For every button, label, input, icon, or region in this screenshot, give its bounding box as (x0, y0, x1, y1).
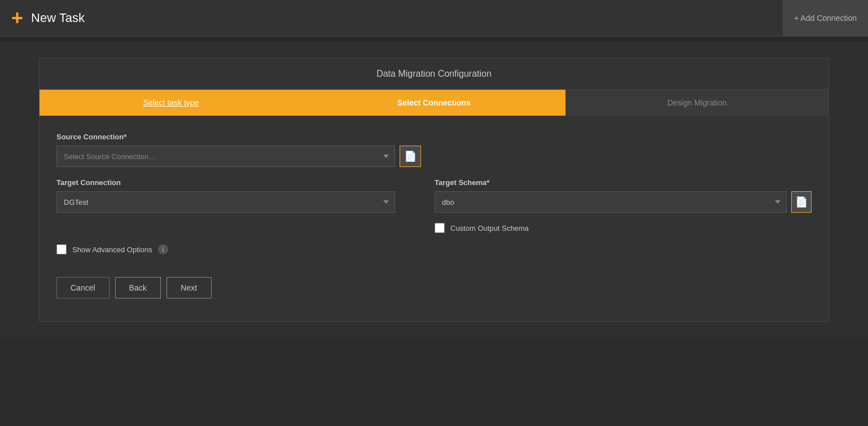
file-icon: 📄 (404, 150, 417, 163)
target-connection-label: Target Connection (56, 178, 423, 187)
target-schema-label: Target Schema* (435, 178, 812, 187)
next-button[interactable]: Next (166, 277, 212, 298)
back-button[interactable]: Back (115, 277, 161, 298)
header-divider (0, 37, 868, 41)
custom-output-schema-row: Custom Output Schema (435, 223, 812, 233)
form-area: Source Connection* Select Source Connect… (40, 116, 828, 321)
add-connection-button[interactable]: + Add Connection (783, 0, 868, 36)
custom-output-schema-checkbox[interactable] (435, 223, 445, 233)
header: + New Task + Add Connection (0, 0, 868, 37)
target-schema-select[interactable]: dbo (435, 191, 787, 213)
target-schema-group: Target Schema* dbo 📄 Custom Output Schem… (435, 178, 812, 233)
target-connection-group: Target Connection DGTest (56, 178, 423, 213)
custom-output-schema-label: Custom Output Schema (450, 224, 529, 232)
tab-select-connections[interactable]: Select Connections (303, 90, 565, 116)
target-connection-select[interactable]: DGTest (56, 191, 395, 213)
show-advanced-options-checkbox[interactable] (56, 244, 67, 254)
source-connection-file-button[interactable]: 📄 (400, 146, 421, 167)
page-title: New Task (31, 11, 85, 25)
tab-select-task-type[interactable]: Select task type (40, 90, 303, 116)
app-logo-icon: + (11, 8, 23, 28)
wizard-container: Data Migration Configuration Select task… (39, 58, 829, 322)
source-connection-row: Source Connection* Select Source Connect… (56, 133, 812, 167)
main-content: Data Migration Configuration Select task… (0, 41, 868, 339)
button-row: Cancel Back Next (56, 271, 812, 310)
show-advanced-options-label: Show Advanced Options (72, 245, 152, 254)
source-connection-input-row: Select Source Connection... 📄 (56, 146, 423, 167)
target-row: Target Connection DGTest Target Schema* … (56, 178, 812, 233)
source-connection-label: Source Connection* (56, 133, 423, 141)
cancel-button[interactable]: Cancel (56, 277, 109, 298)
source-connection-select[interactable]: Select Source Connection... (56, 146, 395, 167)
wizard-title: Data Migration Configuration (40, 59, 828, 90)
step-tabs: Select task type Select Connections Desi… (40, 90, 828, 116)
info-icon[interactable]: i (158, 244, 168, 254)
source-connection-group: Source Connection* Select Source Connect… (56, 133, 423, 167)
advanced-options-row: Show Advanced Options i (56, 244, 812, 254)
target-connection-input-row: DGTest (56, 191, 423, 213)
file-icon-2: 📄 (795, 196, 808, 208)
target-schema-file-button[interactable]: 📄 (791, 191, 812, 213)
tab-design-migration[interactable]: Design Migration (565, 90, 828, 116)
target-schema-input-row: dbo 📄 (435, 191, 812, 213)
